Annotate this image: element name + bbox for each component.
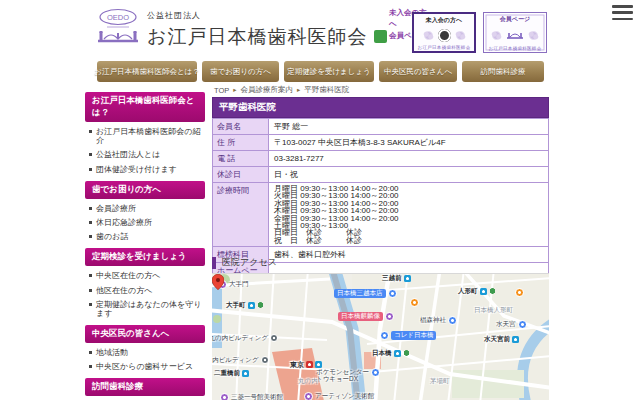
main-nav: お江戸日本橋歯科医師会とは？ 歯でお困りの方へ 定期健診を受けましょう 中央区民… bbox=[97, 61, 544, 82]
sidebar-item[interactable]: 中央区からの歯科サービス bbox=[85, 362, 205, 371]
map-label-marunouchi-area: 丸の内 bbox=[298, 378, 318, 385]
sidebar-item[interactable]: 公益社団法人とは bbox=[85, 150, 205, 159]
map-label-artizon-museum[interactable]: アーティゾン美術館 bbox=[304, 392, 374, 400]
map-label-tokyo-station[interactable]: 東京 bbox=[290, 361, 322, 368]
map-label-otemachi[interactable]: 大手町 bbox=[226, 302, 264, 309]
map-poi-restaurant[interactable] bbox=[410, 298, 419, 307]
nav-about[interactable]: お江戸日本橋歯科医師会とは？ bbox=[97, 61, 197, 82]
org-type-label: 公益社団法人 bbox=[147, 10, 367, 21]
jr-station-icon bbox=[306, 361, 313, 368]
sidebar-item[interactable]: 団体健診受け付けます bbox=[85, 165, 205, 174]
breadcrumb-current: 平野歯科医院 bbox=[304, 85, 349, 95]
bridge-emblem-icon bbox=[506, 29, 524, 41]
page: OEDO 公益社団法人 お江戸日本橋歯科医師会 未入会の方へ 会員ページ 未入会… bbox=[0, 0, 640, 400]
breadcrumb-separator: ▸ bbox=[233, 86, 236, 94]
poi-landmark-icon bbox=[385, 312, 394, 321]
table-row: 会員名 平野 総一 bbox=[213, 119, 549, 135]
breadcrumb-clinic-guide[interactable]: 会員診療所案内 bbox=[241, 85, 294, 95]
hamburger-menu-icon[interactable] bbox=[612, 5, 633, 20]
poi-shrine-icon bbox=[518, 320, 527, 329]
subway-station-icon bbox=[248, 302, 255, 309]
map-label-mitsubishi-museum[interactable]: 三菱一号館美術館 bbox=[220, 393, 283, 400]
sidebar-head-visiting[interactable]: 訪問歯科診療 bbox=[85, 378, 205, 396]
oedo-bridge-logo-icon: OEDO bbox=[95, 8, 141, 50]
map-park bbox=[213, 315, 221, 323]
map-label-suginomori-shrine[interactable]: 椙森神社 bbox=[420, 316, 457, 325]
sidebar-head-about[interactable]: お江戸日本橋歯科医師会とは？ bbox=[85, 92, 205, 122]
map-label-mitsukoshi[interactable]: 日本橋三越本店 bbox=[334, 289, 397, 298]
map-label-nihonbashi-ningyocho: 日本橋人形町 bbox=[474, 307, 513, 314]
sidebar-item[interactable]: 中央区在住の方へ bbox=[85, 271, 205, 280]
row-label: 休診日 bbox=[213, 167, 269, 183]
subway-station-icon bbox=[512, 336, 519, 343]
sidebar-item[interactable]: 休日応急診療所 bbox=[85, 218, 205, 227]
access-map[interactable]: 大手門 大手町 三越前 日本橋三越本店 日本橋麒麟像 人形町 bbox=[212, 274, 549, 400]
sidebar-section-checkup: 定期検診を受けましょう 中央区在住の方へ 他区在住の方へ 定期健診はあなたの体を… bbox=[85, 248, 205, 318]
member-page-banner[interactable]: 会員ページ お江戸日本橋歯科医師会 bbox=[483, 12, 547, 53]
park-tree-icon bbox=[403, 350, 410, 357]
sidebar-head-tooth-trouble[interactable]: 歯でお困りの方へ bbox=[85, 181, 205, 199]
site-logo[interactable]: OEDO 公益社団法人 お江戸日本橋歯科医師会 bbox=[95, 8, 367, 50]
green-badge-icon bbox=[374, 30, 387, 43]
sidebar-item[interactable]: 会員診療所 bbox=[85, 204, 205, 213]
non-member-banner[interactable]: 未入会の方へ お江戸日本橋歯科医師会 bbox=[412, 12, 476, 53]
table-row: 電 話 03-3281-7277 bbox=[213, 151, 549, 167]
breadcrumb-top[interactable]: TOP bbox=[214, 86, 229, 95]
banner-footer: お江戸日本橋歯科医師会 bbox=[489, 46, 542, 51]
sidebar: お江戸日本橋歯科医師会とは？ お江戸日本橋歯科医師会の紹介 公益社団法人とは 団… bbox=[85, 92, 205, 400]
subway-station-icon bbox=[404, 275, 411, 282]
row-label: 住 所 bbox=[213, 135, 269, 151]
header-stamp-boxes: 未入会の方へ お江戸日本橋歯科医師会 会員ページ お江戸日本橋歯科医師会 bbox=[412, 12, 547, 53]
poi-shopping-icon bbox=[388, 289, 397, 298]
map-label-kirin-statue[interactable]: 日本橋麒麟像 bbox=[338, 312, 394, 321]
tel-value: 03-3281-7277 bbox=[269, 151, 549, 167]
row-label: 電 話 bbox=[213, 151, 269, 167]
access-title: 医院アクセス bbox=[222, 256, 277, 269]
site-title: お江戸日本橋歯科医師会 bbox=[147, 24, 367, 50]
map-label-nijubashimae[interactable]: 二重橋前 bbox=[214, 370, 249, 377]
map-label-mitsukoshimae[interactable]: 三越前 bbox=[382, 275, 411, 282]
banner-title: 会員ページ bbox=[500, 15, 530, 24]
table-row: 休診日 日・祝 bbox=[213, 167, 549, 183]
nav-visiting-dental[interactable]: 訪問歯科診療 bbox=[462, 61, 544, 82]
park-tree-icon bbox=[257, 302, 264, 309]
lace-ornament-icon bbox=[526, 29, 541, 42]
map-label-pokemon-center-line2[interactable]: トウキョーDX bbox=[316, 376, 358, 383]
poi-museum-icon bbox=[220, 393, 229, 400]
clinic-location-pin-icon[interactable] bbox=[212, 274, 224, 290]
sidebar-item[interactable]: 他区在住の方へ bbox=[85, 286, 205, 295]
breadcrumb-separator: ▸ bbox=[297, 86, 300, 94]
map-label-suitengu[interactable]: 水天宮 bbox=[496, 320, 527, 329]
sidebar-item[interactable]: 定期健診はあなたの体を守ります bbox=[85, 300, 205, 318]
map-poi-restaurant[interactable] bbox=[515, 288, 524, 297]
address-value: 〒103-0027 中央区日本橋3-8-3 SAKURAビル4F bbox=[269, 135, 549, 151]
nav-chuo-residents[interactable]: 中央区民の皆さんへ bbox=[379, 61, 457, 82]
poi-shopping-icon bbox=[380, 331, 389, 340]
map-label-marunouchi-bldg[interactable]: 丸の内ビルディング bbox=[212, 356, 269, 364]
sidebar-section-tooth-trouble: 歯でお困りの方へ 会員診療所 休日応急診療所 歯のお話 bbox=[85, 181, 205, 242]
poi-museum-icon bbox=[304, 392, 313, 400]
sidebar-item[interactable]: 地域活動 bbox=[85, 348, 205, 357]
nav-checkup[interactable]: 定期健診を受けましょう bbox=[284, 61, 374, 82]
map-label-suitengumae[interactable]: 水天宮前 bbox=[484, 336, 519, 343]
table-row: 住 所 〒103-0027 中央区日本橋3-8-3 SAKURAビル4F bbox=[213, 135, 549, 151]
sidebar-head-checkup[interactable]: 定期検診を受けましょう bbox=[85, 248, 205, 266]
map-label-kayabacho: 茅場町 bbox=[430, 378, 450, 385]
nav-tooth-trouble[interactable]: 歯でお困りの方へ bbox=[202, 61, 279, 82]
poi-shrine-icon bbox=[448, 316, 457, 325]
sidebar-item[interactable]: 歯のお話 bbox=[85, 232, 205, 241]
subway-station-icon bbox=[315, 361, 322, 368]
sidebar-section-about: お江戸日本橋歯科医師会とは？ お江戸日本橋歯科医師会の紹介 公益社団法人とは 団… bbox=[85, 92, 205, 174]
map-label-coredo[interactable]: コレド日本橋 bbox=[380, 331, 436, 340]
poi-restaurant-icon bbox=[515, 288, 524, 297]
map-label-shin-marunouchi-bldg[interactable]: 新丸の内ビルディング bbox=[212, 334, 278, 342]
sidebar-item[interactable]: お江戸日本橋歯科医師会の紹介 bbox=[85, 127, 205, 145]
map-label-nihonbashi-station[interactable]: 日本橋 bbox=[372, 350, 410, 357]
banner-title: 未入会の方へ bbox=[426, 16, 462, 25]
lace-ornament-icon bbox=[453, 29, 468, 42]
svg-text:OEDO: OEDO bbox=[107, 13, 129, 22]
map-label-ningyocho[interactable]: 人形町 bbox=[458, 288, 496, 295]
lace-ornament-icon bbox=[421, 29, 436, 42]
sidebar-head-residents[interactable]: 中央区民の皆さんへ bbox=[85, 325, 205, 343]
poi-restaurant-icon bbox=[410, 298, 419, 307]
